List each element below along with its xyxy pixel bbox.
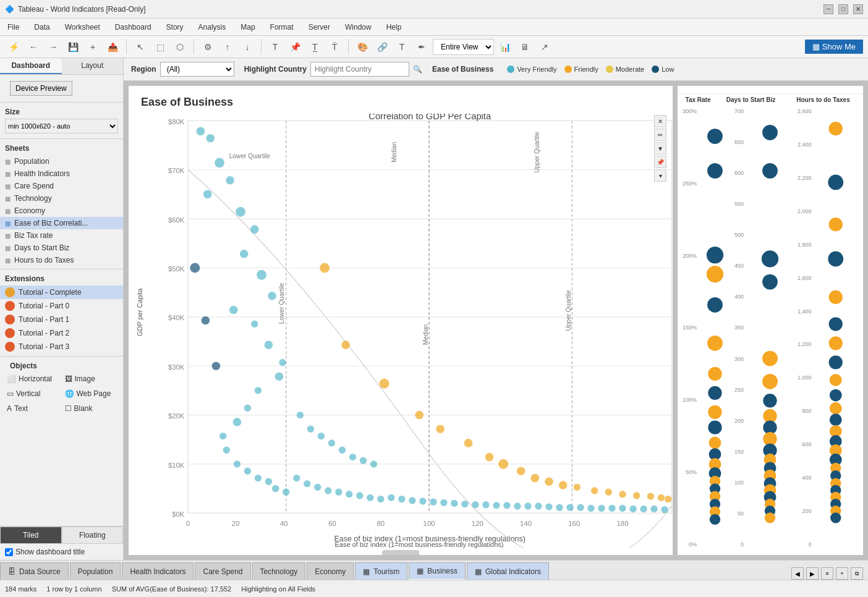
menu-map[interactable]: Map	[238, 22, 257, 33]
toolbar-share-btn[interactable]: ↗	[536, 38, 553, 56]
tab-add-btn[interactable]: +	[836, 567, 848, 580]
toolbar-sort-desc-btn[interactable]: ↓	[239, 38, 256, 56]
menu-file[interactable]: File	[5, 22, 22, 33]
tab-global-indicators[interactable]: ▦ Global Indicators	[467, 562, 549, 580]
tab-scroll-right-btn[interactable]: ▶	[806, 567, 819, 580]
menu-worksheet[interactable]: Worksheet	[62, 22, 103, 33]
tab-technology[interactable]: Technology	[252, 562, 306, 580]
obj-webpage[interactable]: 🌐 Web Page	[63, 387, 119, 400]
svg-point-132	[212, 362, 221, 370]
tab-scroll-left-btn[interactable]: ◀	[791, 567, 804, 580]
device-preview-button[interactable]: Device Preview	[10, 81, 72, 96]
sheets-label: Sheets	[0, 142, 123, 155]
toolbar-screen-btn[interactable]: 🖥	[516, 38, 534, 56]
toolbar-sort-asc-btn[interactable]: ↑	[219, 38, 236, 56]
toolbar-group-btn[interactable]: ⚙	[199, 38, 216, 56]
svg-point-72	[360, 457, 367, 464]
sheet-item-ease[interactable]: ▦ Ease of Biz Correlati...	[0, 217, 123, 229]
tab-population[interactable]: Population	[70, 562, 121, 580]
floating-button[interactable]: Floating	[62, 527, 124, 544]
obj-text[interactable]: A Text	[5, 402, 61, 415]
show-me-button[interactable]: ▦ Show Me	[805, 40, 863, 54]
menu-analysis[interactable]: Analysis	[196, 22, 229, 33]
ext-item-complete[interactable]: Tutorial - Complete	[0, 286, 123, 299]
menu-window[interactable]: Window	[343, 22, 374, 33]
tab-tourism[interactable]: ▦ Tourism	[355, 562, 407, 580]
toolbar-text-btn[interactable]: T	[393, 38, 411, 56]
sheet-item-technology[interactable]: ▦ Technology	[0, 192, 123, 205]
toolbar-publish-btn[interactable]: 📤	[104, 38, 121, 56]
svg-point-159	[763, 394, 777, 407]
more-chart-btn[interactable]: ▾	[654, 169, 666, 182]
obj-blank[interactable]: ☐ Blank	[63, 402, 119, 415]
toolbar-shape-btn[interactable]: ✒	[413, 38, 430, 56]
title-bar-controls[interactable]: ─ □ ✕	[823, 4, 863, 14]
minimize-button[interactable]: ─	[823, 4, 833, 14]
sheet-item-care[interactable]: ▦ Care Spend	[0, 180, 123, 192]
tab-data-source[interactable]: 🗄 Data Source	[0, 562, 69, 580]
obj-vertical[interactable]: ▭ Vertical	[5, 387, 61, 400]
toolbar-label-btn[interactable]: T	[266, 38, 284, 56]
view-dropdown[interactable]: Entire View	[433, 39, 494, 55]
toolbar-forward-btn[interactable]: →	[45, 38, 62, 56]
maximize-button[interactable]: □	[838, 4, 848, 14]
ext-item-part2[interactable]: Tutorial - Part 2	[0, 326, 123, 340]
toolbar-add-btn[interactable]: +	[84, 38, 101, 56]
tab-dup-btn[interactable]: ⧉	[851, 567, 863, 580]
obj-image[interactable]: 🖼 Image	[63, 373, 119, 385]
pin-chart-btn[interactable]: 📌	[654, 156, 666, 168]
ext-item-part0[interactable]: Tutorial - Part 0	[0, 299, 123, 313]
filter-chart-btn[interactable]: ▼	[654, 142, 666, 155]
ext-item-part1[interactable]: Tutorial - Part 1	[0, 313, 123, 326]
toolbar-color-btn[interactable]: 🎨	[354, 38, 371, 56]
toolbar-format-btn[interactable]: T̈	[326, 38, 343, 56]
toolbar-pointer-btn[interactable]: ↖	[132, 38, 149, 56]
tab-business[interactable]: ▦ Business	[409, 562, 466, 580]
chart-resize-handle[interactable]	[382, 550, 419, 555]
tab-health-indicators[interactable]: Health Indicators	[122, 562, 194, 580]
sheet-item-biztax[interactable]: ▦ Biz Tax rate	[0, 229, 123, 242]
obj-horizontal[interactable]: ⬜ Horizontal	[5, 373, 61, 385]
sheet-item-hourstax[interactable]: ▦ Hours to do Taxes	[0, 254, 123, 266]
toolbar-select-btn[interactable]: ⬚	[151, 38, 169, 56]
svg-text:Median: Median	[391, 142, 398, 163]
toolbar-save-btn[interactable]: 💾	[64, 38, 82, 56]
toolbar-link-btn[interactable]: 🔗	[373, 38, 391, 56]
sheet-icon-biztax: ▦	[5, 232, 11, 239]
menu-help[interactable]: Help	[384, 22, 404, 33]
toolbar-chart-type-btn[interactable]: 📊	[496, 38, 514, 56]
tab-care-spend[interactable]: Care Spend	[195, 562, 250, 580]
sheet-item-economy[interactable]: ▦ Economy	[0, 205, 123, 217]
tiled-button[interactable]: Tiled	[0, 527, 62, 544]
menu-format[interactable]: Format	[268, 22, 296, 33]
menu-data[interactable]: Data	[32, 22, 52, 33]
region-dropdown[interactable]: (All)	[160, 62, 234, 77]
close-button[interactable]: ✕	[853, 4, 863, 14]
ext-item-part3[interactable]: Tutorial - Part 3	[0, 340, 123, 354]
menu-dashboard[interactable]: Dashboard	[113, 22, 154, 33]
toolbar-home-btn[interactable]: ⚡	[5, 38, 22, 56]
toolbar-annotate-btn[interactable]: 📌	[286, 38, 304, 56]
svg-point-46	[250, 225, 259, 234]
menu-server[interactable]: Server	[306, 22, 333, 33]
edit-chart-btn[interactable]: ✏	[654, 129, 666, 141]
toolbar-lasso-btn[interactable]: ⬡	[171, 38, 189, 56]
toolbar-tooltip-btn[interactable]: T̲	[306, 38, 323, 56]
tab-layout[interactable]: Layout	[62, 58, 124, 74]
toolbar-back-btn[interactable]: ←	[25, 38, 42, 56]
show-title-checkbox[interactable]	[5, 548, 13, 556]
size-dropdown[interactable]: min 1000x620 - auto	[5, 119, 118, 133]
tab-dashboard[interactable]: Dashboard	[0, 58, 62, 74]
sidebar-tabs[interactable]: Dashboard Layout	[0, 58, 123, 75]
layout-buttons[interactable]: Tiled Floating	[0, 526, 123, 544]
sheet-item-health[interactable]: ▦ Health Indicators	[0, 167, 123, 180]
legend-moderate: Moderate	[606, 66, 644, 73]
sheet-item-population[interactable]: ▦ Population	[0, 155, 123, 167]
svg-point-81	[367, 494, 373, 501]
menu-story[interactable]: Story	[164, 22, 186, 33]
highlight-country-input[interactable]	[310, 62, 409, 77]
tab-list-btn[interactable]: ≡	[821, 567, 833, 580]
sheet-item-daysstart[interactable]: ▦ Days to Start Biz	[0, 242, 123, 254]
close-chart-btn[interactable]: ✕	[654, 115, 666, 127]
tab-economy[interactable]: Economy	[307, 562, 354, 580]
